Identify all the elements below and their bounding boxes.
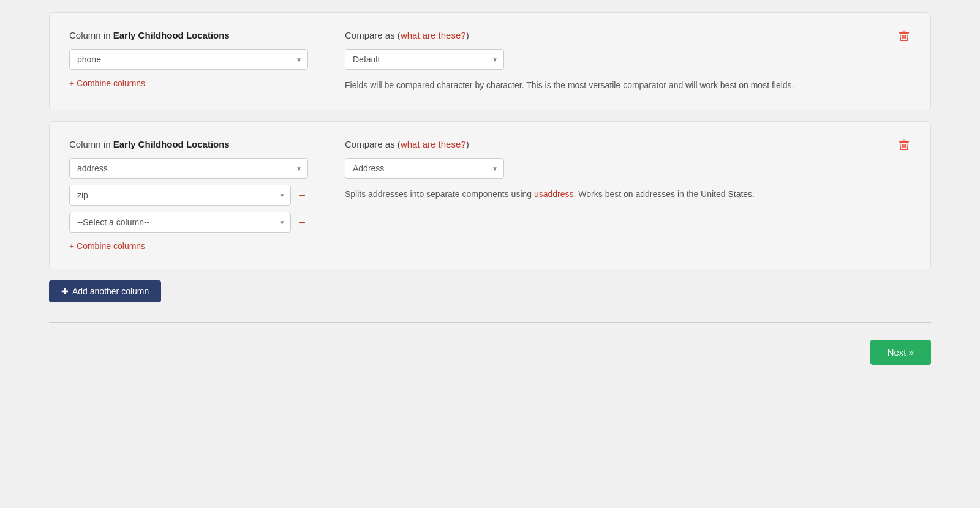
card1-compare-header: Compare as (what are these?) [345, 30, 911, 40]
next-button[interactable]: Next » [870, 340, 931, 365]
card1-compare-close-paren: ) [466, 30, 469, 40]
card2-combine-label: + Combine columns [69, 241, 145, 251]
card2-column-header: Column in Early Childhood Locations [69, 139, 308, 149]
svg-rect-6 [902, 140, 906, 141]
card2-column-select-3[interactable]: --Select a column-- phone name address z… [69, 212, 291, 233]
card2-compare-select-wrapper: Default Address Name Exact Fuzzy [345, 158, 504, 179]
column-card-1: Column in Early Childhood Locations phon… [49, 12, 931, 110]
card1-compare-select[interactable]: Default Address Name Exact Fuzzy [345, 49, 504, 70]
card1-column-select-wrapper: phone name address zip city state [69, 49, 308, 70]
bottom-divider [49, 322, 931, 323]
card1-compare-label: Compare as ( [345, 30, 401, 40]
card1-column-label: Column in [69, 30, 113, 40]
card2-left: Column in Early Childhood Locations addr… [69, 139, 308, 252]
card2-usaddress-link[interactable]: usaddress [534, 189, 574, 199]
card2-compare-label: Compare as ( [345, 139, 401, 149]
card1-right: Compare as (what are these?) Default Add… [345, 30, 911, 92]
card1-delete-button[interactable] [895, 26, 913, 47]
card2-compare-close-paren: ) [466, 139, 469, 149]
card1-column-select[interactable]: phone name address zip city state [69, 49, 308, 70]
card1-column-header: Column in Early Childhood Locations [69, 30, 308, 40]
card2-desc-after: . Works best on addresses in the United … [574, 189, 755, 199]
card2-row-zip: zip phone name address city state − [69, 185, 308, 206]
card2-row-select: --Select a column-- phone name address z… [69, 212, 308, 233]
card1-compare-select-wrapper: Default Address Name Exact Fuzzy [345, 49, 504, 70]
card2-compare-header: Compare as (what are these?) [345, 139, 911, 149]
card2-column-select-1[interactable]: address phone name zip city state [69, 158, 308, 179]
card2-delete-button[interactable] [895, 135, 913, 155]
card2-column-select-2[interactable]: zip phone name address city state [69, 185, 291, 206]
card2-what-are-these-link[interactable]: what are these? [401, 139, 466, 149]
card2-column-select-wrapper-2: zip phone name address city state [69, 185, 291, 206]
card2-combine-columns-button[interactable]: + Combine columns [69, 241, 145, 251]
card2-description: Splits addresses into separate component… [345, 187, 911, 201]
add-another-column-button[interactable]: ✚ Add another column [49, 280, 161, 302]
card2-column-select-wrapper-1: address phone name zip city state [69, 158, 308, 179]
card2-compare-select[interactable]: Default Address Name Exact Fuzzy [345, 158, 504, 179]
card2-column-select-wrapper-3: --Select a column-- phone name address z… [69, 212, 291, 233]
svg-rect-1 [902, 31, 906, 32]
card2-remove-zip-button[interactable]: − [296, 189, 308, 201]
card1-table-name: Early Childhood Locations [113, 30, 230, 40]
card1-description: Fields will be compared character by cha… [345, 78, 911, 92]
card2-right: Compare as (what are these?) Default Add… [345, 139, 911, 201]
add-column-plus-icon: ✚ [61, 286, 69, 296]
card2-column-label: Column in [69, 139, 113, 149]
add-column-label: Add another column [72, 286, 149, 296]
column-card-2: Column in Early Childhood Locations addr… [49, 121, 931, 269]
card1-what-are-these-link[interactable]: what are these? [401, 30, 466, 40]
card2-table-name: Early Childhood Locations [113, 139, 230, 149]
card2-desc-before: Splits addresses into separate component… [345, 189, 534, 199]
card1-left: Column in Early Childhood Locations phon… [69, 30, 308, 89]
card1-combine-label: + Combine columns [69, 78, 145, 88]
card2-remove-select-button[interactable]: − [296, 216, 308, 228]
bottom-bar: Next » [49, 337, 931, 365]
card1-combine-columns-button[interactable]: + Combine columns [69, 78, 145, 88]
